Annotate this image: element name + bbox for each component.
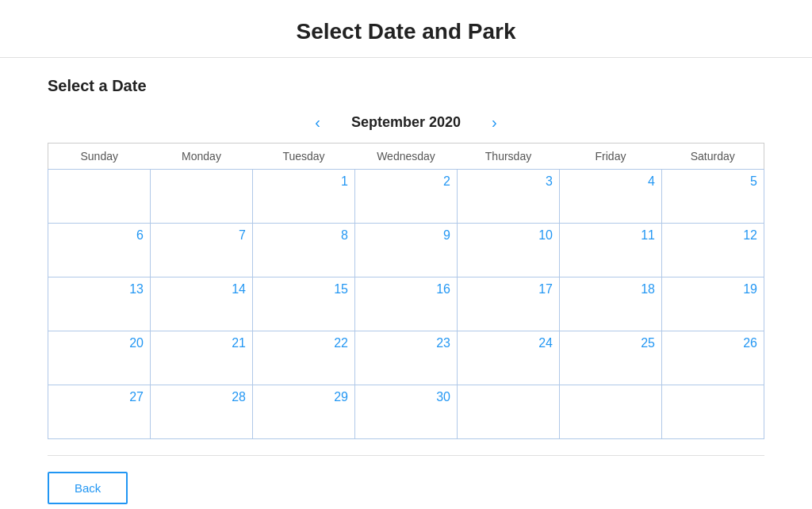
calendar-day-cell[interactable]: 9: [355, 224, 458, 277]
calendar-day-cell[interactable]: 6: [48, 224, 151, 277]
calendar-day-cell[interactable]: 13: [48, 277, 151, 331]
calendar-day-header: Saturday: [662, 144, 764, 170]
calendar-nav: ‹ September 2020 ›: [48, 111, 764, 133]
calendar-day-cell[interactable]: 7: [151, 224, 253, 277]
footer-area: Back: [48, 455, 764, 504]
calendar-body: 1234567891011121314151617181920212223242…: [48, 170, 764, 439]
calendar-day-cell: [662, 385, 764, 439]
calendar-day-cell[interactable]: 30: [355, 385, 458, 439]
calendar-month-label: September 2020: [343, 114, 469, 131]
calendar-day-header: Thursday: [458, 144, 560, 170]
calendar-day-cell[interactable]: 28: [151, 385, 253, 439]
calendar-day-cell[interactable]: 4: [560, 170, 662, 224]
calendar-day-cell[interactable]: 12: [662, 224, 764, 277]
calendar-day-cell[interactable]: 5: [662, 170, 764, 224]
calendar-day-header: Sunday: [48, 144, 151, 170]
back-button[interactable]: Back: [48, 472, 128, 504]
calendar-day-cell[interactable]: 14: [151, 277, 253, 331]
calendar-day-cell[interactable]: 10: [458, 224, 560, 277]
calendar-day-cell[interactable]: 18: [560, 277, 662, 331]
calendar-day-cell[interactable]: 11: [560, 224, 662, 277]
calendar-day-cell[interactable]: 2: [355, 170, 458, 224]
calendar-day-cell[interactable]: 3: [458, 170, 560, 224]
calendar-day-cell[interactable]: 25: [560, 331, 662, 385]
calendar-day-cell[interactable]: 8: [253, 224, 355, 277]
prev-month-button[interactable]: ‹: [308, 111, 327, 133]
calendar-day-header: Friday: [560, 144, 662, 170]
page-header: Select Date and Park: [0, 0, 812, 58]
calendar-day-header: Tuesday: [253, 144, 355, 170]
calendar-grid: SundayMondayTuesdayWednesdayThursdayFrid…: [48, 143, 764, 439]
next-month-button[interactable]: ›: [485, 111, 504, 133]
calendar-day-cell[interactable]: 21: [151, 331, 253, 385]
calendar-day-cell[interactable]: 29: [253, 385, 355, 439]
calendar-header: SundayMondayTuesdayWednesdayThursdayFrid…: [48, 144, 764, 170]
calendar-day-cell[interactable]: 16: [355, 277, 458, 331]
calendar-week-row: 20212223242526: [48, 331, 764, 385]
calendar-day-cell[interactable]: 23: [355, 331, 458, 385]
calendar-day-cell[interactable]: 1: [253, 170, 355, 224]
calendar-day-cell: [48, 170, 151, 224]
section-title: Select a Date: [48, 77, 764, 95]
calendar-week-row: 13141516171819: [48, 277, 764, 331]
calendar-day-cell: [151, 170, 253, 224]
calendar-day-cell[interactable]: 22: [253, 331, 355, 385]
calendar-day-cell: [458, 385, 560, 439]
calendar-day-header: Wednesday: [355, 144, 458, 170]
calendar-container: ‹ September 2020 › SundayMondayTuesdayWe…: [48, 111, 764, 439]
calendar-week-row: 12345: [48, 170, 764, 224]
calendar-week-row: 6789101112: [48, 224, 764, 277]
calendar-day-cell[interactable]: 26: [662, 331, 764, 385]
calendar-day-cell[interactable]: 27: [48, 385, 151, 439]
calendar-day-cell[interactable]: 24: [458, 331, 560, 385]
calendar-day-cell[interactable]: 15: [253, 277, 355, 331]
calendar-week-row: 27282930: [48, 385, 764, 439]
calendar-day-header: Monday: [151, 144, 253, 170]
calendar-day-cell[interactable]: 20: [48, 331, 151, 385]
page-title: Select Date and Park: [0, 19, 812, 44]
main-content: Select a Date ‹ September 2020 › SundayM…: [0, 58, 812, 509]
calendar-day-cell[interactable]: 17: [458, 277, 560, 331]
calendar-day-cell: [560, 385, 662, 439]
calendar-day-cell[interactable]: 19: [662, 277, 764, 331]
